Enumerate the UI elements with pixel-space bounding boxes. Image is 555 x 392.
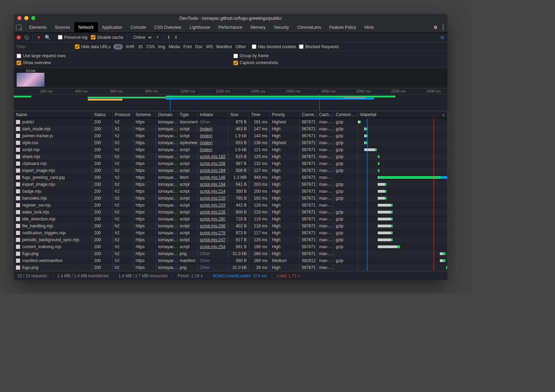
table-row[interactable]: manifest.webmanifest200h2httpstomayac…ma… xyxy=(14,257,447,264)
column-header[interactable]: Initiator xyxy=(198,111,228,118)
initiator-link[interactable]: script.mjs:194 xyxy=(200,168,225,173)
tab-console[interactable]: Console xyxy=(127,22,150,32)
tab-elements[interactable]: Elements xyxy=(25,22,51,32)
initiator-link[interactable]: script.mjs:278 xyxy=(200,230,225,235)
has-blocked-cookies-checkbox[interactable]: Has blocked cookies xyxy=(252,44,296,49)
table-row[interactable]: import_image.mjs200h2httpstomayac…script… xyxy=(14,167,447,174)
table-row[interactable]: script.mjs200h2httpstomayac…script(index… xyxy=(14,146,447,153)
table-row[interactable]: clipboard.mjs200h2httpstomayac…scriptscr… xyxy=(14,160,447,167)
tab-feature-policy[interactable]: Feature Policy xyxy=(325,22,360,32)
column-header[interactable]: Time xyxy=(249,111,270,118)
initiator-link[interactable]: script.mjs:182 xyxy=(200,154,225,159)
table-row[interactable]: style.css200h2httpstomayac…stylesheet(in… xyxy=(14,139,447,146)
preserve-log-checkbox[interactable]: Preserve log xyxy=(58,35,87,40)
column-header[interactable]: Protocol xyxy=(113,111,134,118)
blocked-requests-checkbox[interactable]: Blocked Requests xyxy=(299,44,339,49)
settings-gear-icon[interactable] xyxy=(433,25,438,30)
filter-type-other[interactable]: Other xyxy=(236,44,246,49)
tab-sources[interactable]: Sources xyxy=(51,22,74,32)
initiator-link[interactable]: script.mjs:254 xyxy=(200,244,225,249)
initiator-link[interactable]: script.mjs:208 xyxy=(200,161,225,166)
table-row[interactable]: fugu.png200h2httpstomayac…pngOther31.0 k… xyxy=(14,250,447,257)
tab-memory[interactable]: Memory xyxy=(246,22,270,32)
initiator-link[interactable]: script.mjs:146 xyxy=(200,175,225,180)
tab-chromelens[interactable]: ChromeLens xyxy=(293,22,325,32)
throttling-select[interactable]: Online xyxy=(131,34,153,41)
filter-type-all[interactable]: All xyxy=(113,44,123,50)
filter-type-media[interactable]: Media xyxy=(169,44,180,49)
initiator-link[interactable]: script.mjs:247 xyxy=(200,237,225,242)
table-row[interactable]: export_image.mjs200h2httpstomayac…script… xyxy=(14,181,447,188)
initiator-link[interactable]: (index) xyxy=(200,147,213,152)
table-row[interactable]: badge.mjs200h2httpstomayac…scriptscript.… xyxy=(14,188,447,195)
tab-performance[interactable]: Performance xyxy=(214,22,247,32)
tab-application[interactable]: Application xyxy=(98,22,127,32)
table-row[interactable]: public/200h2httpstomayac…documentOther87… xyxy=(14,119,447,125)
initiator-link[interactable]: script.mjs:220 xyxy=(200,196,225,201)
initiator-link[interactable]: script.mjs:266 xyxy=(200,224,225,228)
filmstrip-thumbnail[interactable] xyxy=(17,73,44,87)
filter-type-font[interactable]: Font xyxy=(183,44,192,49)
table-row[interactable]: idle_detection.mjs200h2httpstomayac…scri… xyxy=(14,216,447,223)
overview-timeline[interactable]: 200 ms400 ms600 ms800 ms1000 ms1200 ms14… xyxy=(14,88,447,111)
initiator-link[interactable]: script.mjs:214 xyxy=(200,189,225,194)
column-header[interactable]: Cach… xyxy=(317,111,334,118)
table-row[interactable]: barcodes.mjs200h2httpstomayac…scriptscri… xyxy=(14,195,447,202)
download-icon[interactable]: ⬇ xyxy=(174,35,178,40)
disable-cache-checkbox[interactable]: Disable cache xyxy=(91,35,123,40)
initiator-link[interactable]: Other xyxy=(200,265,210,270)
table-row[interactable]: periodic_background_sync.mjs200h2httpsto… xyxy=(14,236,447,243)
capture-screenshots-checkbox[interactable]: Capture screenshots xyxy=(233,60,445,65)
table-row[interactable]: fugu.png200h2httpstomayac…pngOther31.0 k… xyxy=(14,264,447,271)
search-icon[interactable]: 🔍 xyxy=(45,35,51,40)
table-row[interactable]: file_handling.mjs200h2httpstomayac…scrip… xyxy=(14,223,447,229)
table-row[interactable]: content_indexing.mjs200h2httpstomayac…sc… xyxy=(14,243,447,250)
column-header[interactable]: Waterfall▲ xyxy=(358,111,447,118)
table-row[interactable]: fugu_greeting_card.jpg200h2httpstomayac…… xyxy=(14,174,447,181)
initiator-link[interactable]: Other xyxy=(200,251,210,256)
filter-type-img[interactable]: Img xyxy=(158,44,165,49)
column-header[interactable]: Type xyxy=(178,111,198,118)
tab-network[interactable]: Network xyxy=(74,22,98,32)
initiator-link[interactable]: Other xyxy=(200,120,210,124)
column-header[interactable]: Status xyxy=(92,111,113,118)
tab-security[interactable]: Security xyxy=(270,22,293,32)
initiator-link[interactable]: script.mjs:233 xyxy=(200,203,225,208)
column-header[interactable]: Domain xyxy=(156,111,178,118)
filter-type-xhr[interactable]: XHR xyxy=(126,44,134,49)
inspect-element-icon[interactable] xyxy=(16,25,22,30)
column-header[interactable]: Content-… xyxy=(334,111,358,118)
column-header[interactable]: Size xyxy=(228,111,249,118)
column-header[interactable]: Conne… xyxy=(300,111,317,118)
table-row[interactable]: notification_triggers.mjs200h2httpstomay… xyxy=(14,229,447,236)
initiator-link[interactable]: Other xyxy=(200,258,210,263)
column-header[interactable]: Priority xyxy=(270,111,300,118)
record-button[interactable] xyxy=(17,35,21,40)
table-header[interactable]: NameStatusProtocolSchemeDomainTypeInitia… xyxy=(14,111,447,119)
initiator-link[interactable]: script.mjs:226 xyxy=(200,210,225,215)
tab-css-overview[interactable]: CSS Overview xyxy=(150,22,186,32)
table-row[interactable]: pointer-tracker.js200h2httpstomayac…scri… xyxy=(14,132,447,139)
table-row[interactable]: share.mjs200h2httpstomayac…scriptscript.… xyxy=(14,153,447,160)
use-large-rows-checkbox[interactable]: Use large request rows xyxy=(17,53,228,58)
initiator-link[interactable]: (index) xyxy=(200,127,213,131)
initiator-link[interactable]: script.mjs:260 xyxy=(200,217,225,221)
hide-data-urls-checkbox[interactable]: Hide data URLs xyxy=(75,44,111,49)
initiator-link[interactable]: (index) xyxy=(200,140,213,145)
filter-type-ws[interactable]: WS xyxy=(206,44,213,49)
column-header[interactable]: Name xyxy=(14,111,92,118)
network-settings-icon[interactable]: ⚙ xyxy=(440,35,445,40)
filter-type-manifest[interactable]: Manifest xyxy=(216,44,232,49)
clear-button[interactable] xyxy=(24,35,29,40)
show-overview-checkbox[interactable]: Show overview xyxy=(17,60,228,65)
tab-hints[interactable]: Hints xyxy=(360,22,378,32)
filter-type-js[interactable]: JS xyxy=(138,44,143,49)
column-header[interactable]: Scheme xyxy=(134,111,156,118)
group-by-frame-checkbox[interactable]: Group by frame xyxy=(233,53,445,58)
filter-input[interactable] xyxy=(17,44,72,49)
table-row[interactable]: wake_lock.mjs200h2httpstomayac…scriptscr… xyxy=(14,209,447,216)
initiator-link[interactable]: (index) xyxy=(200,133,213,138)
more-menu-icon[interactable] xyxy=(441,25,445,30)
initiator-link[interactable]: script.mjs:194 xyxy=(200,182,225,187)
tab-lighthouse[interactable]: Lighthouse xyxy=(186,22,214,32)
